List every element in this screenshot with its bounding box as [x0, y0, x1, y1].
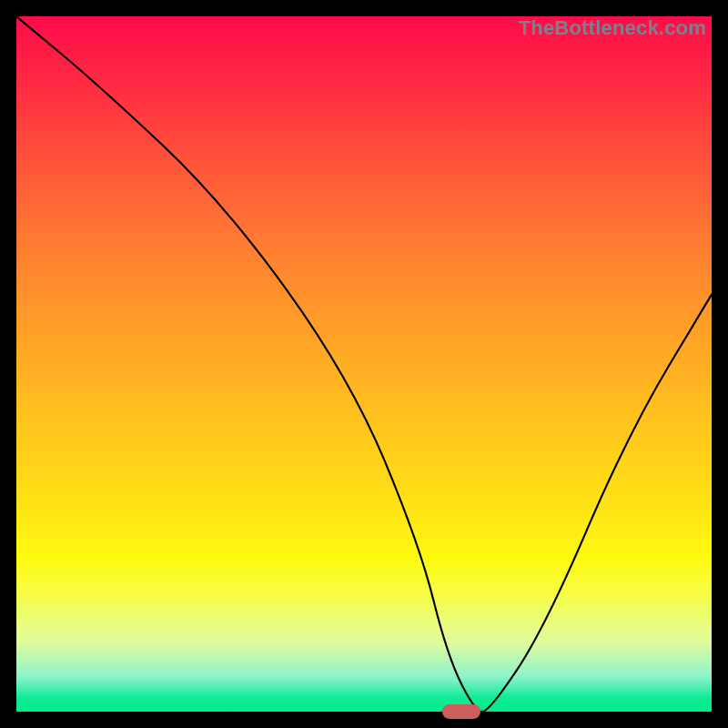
chart-container: TheBottleneck.com: [0, 0, 728, 728]
plot-area: TheBottleneck.com: [16, 16, 712, 712]
optimum-marker: [442, 704, 480, 720]
bottleneck-curve: [16, 16, 712, 712]
